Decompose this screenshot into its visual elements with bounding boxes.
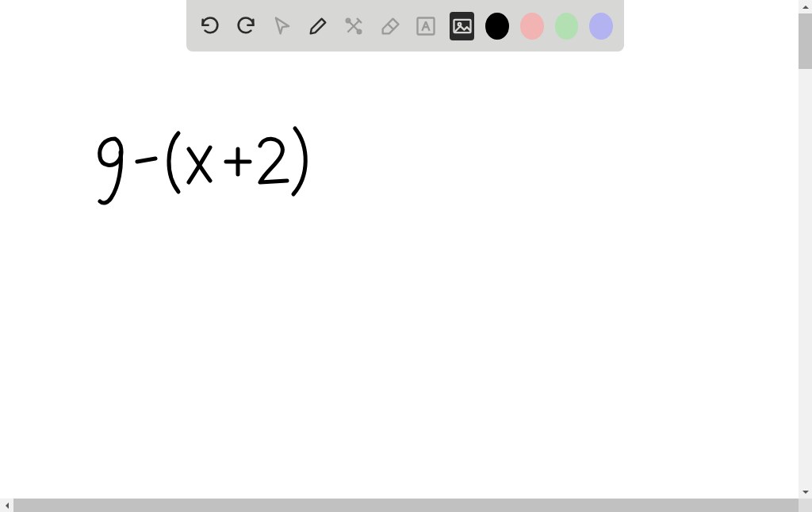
redo-button[interactable]: [233, 12, 258, 40]
eraser-button[interactable]: [377, 12, 402, 40]
image-button[interactable]: [450, 12, 474, 40]
color-purple[interactable]: [589, 13, 613, 40]
undo-icon: [199, 15, 221, 37]
scroll-corner: [799, 499, 812, 512]
vertical-scroll-track[interactable]: [799, 13, 812, 485]
vertical-scroll-thumb[interactable]: [799, 13, 812, 69]
chevron-up-icon: [802, 3, 810, 11]
chevron-left-icon: [3, 502, 11, 510]
text-button[interactable]: [414, 12, 439, 40]
horizontal-scroll-thumb[interactable]: [13, 499, 799, 512]
pointer-icon: [271, 15, 293, 37]
chevron-down-icon: [802, 488, 810, 496]
undo-button[interactable]: [197, 12, 222, 40]
image-icon: [451, 15, 473, 37]
pen-button[interactable]: [305, 12, 330, 40]
color-green[interactable]: [555, 13, 579, 40]
svg-line-2: [387, 23, 393, 29]
eraser-icon: [379, 15, 401, 37]
horizontal-scroll-track[interactable]: [13, 499, 799, 512]
scroll-up-arrow[interactable]: [799, 0, 812, 13]
color-black[interactable]: [485, 13, 509, 40]
scroll-left-arrow[interactable]: [0, 499, 13, 512]
toolbar: [186, 0, 624, 52]
horizontal-scrollbar[interactable]: [0, 499, 812, 512]
vertical-scrollbar[interactable]: [799, 0, 812, 499]
tools-button[interactable]: [342, 12, 366, 40]
pen-icon: [307, 15, 329, 37]
drawing-canvas[interactable]: 9 - (x + 2): [0, 0, 799, 499]
scroll-down-arrow[interactable]: [799, 485, 812, 499]
color-pink[interactable]: [520, 13, 544, 40]
handwritten-content: 9 - (x + 2): [87, 119, 325, 214]
text-icon: [415, 15, 437, 37]
pointer-button[interactable]: [270, 12, 294, 40]
redo-icon: [235, 15, 257, 37]
tools-icon: [343, 15, 365, 37]
